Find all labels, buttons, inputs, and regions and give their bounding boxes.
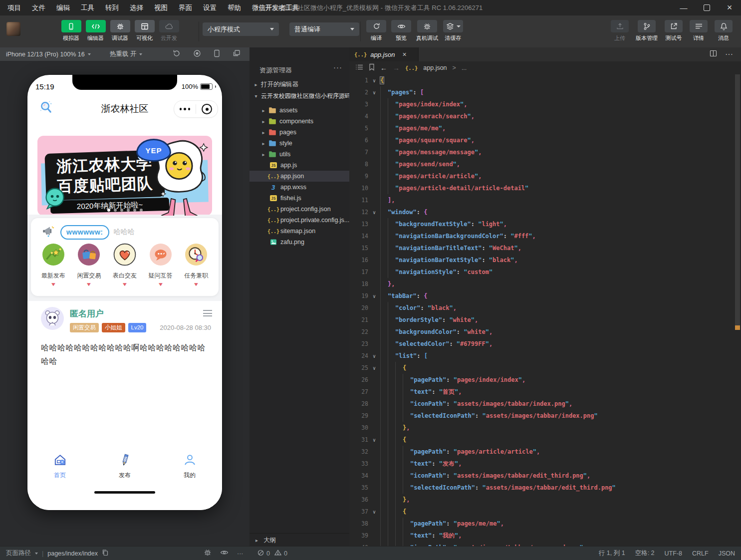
menubar-item[interactable]: 视图 xyxy=(149,0,173,15)
code-line[interactable]: 24∨"list": [ xyxy=(349,350,734,362)
code-line[interactable]: 16"navigationBarTextStyle": "black", xyxy=(349,254,734,266)
scrollbar-thumb[interactable] xyxy=(735,74,740,328)
split-editor-icon[interactable] xyxy=(710,50,717,59)
code-line[interactable]: 34"iconPath": "assets/images/tabbar/edit… xyxy=(349,470,734,482)
forward-arrow-icon[interactable]: → xyxy=(393,64,400,72)
carousel-dot[interactable] xyxy=(133,209,136,212)
fold-arrow-icon[interactable]: ∨ xyxy=(368,437,380,443)
code-line[interactable]: 31∨{ xyxy=(349,434,734,446)
statusbar-segment[interactable]: 空格: 2 xyxy=(635,549,655,558)
close-button[interactable]: × xyxy=(718,0,741,15)
list-icon[interactable] xyxy=(355,64,363,72)
problems-indicator[interactable]: 0 0 xyxy=(257,547,287,560)
page-path-selector[interactable]: 页面路径 xyxy=(6,549,31,558)
code-line[interactable]: 36}, xyxy=(349,494,734,506)
code-line[interactable]: 2∨"pages": [ xyxy=(349,86,734,98)
banner-carousel[interactable]: 浙江农林大学 百度贴吧团队 2020年纳新开始啦~ YEP xyxy=(37,136,212,216)
menubar-item[interactable]: 转到 xyxy=(100,0,124,15)
breadcrumb-file[interactable]: app.json xyxy=(423,64,447,71)
editor-more-icon[interactable]: ··· xyxy=(725,50,733,59)
remote-debug-button[interactable]: 真机调试 xyxy=(414,20,441,42)
compile-mode-dropdown[interactable]: 普通编译 xyxy=(289,22,359,36)
code-line[interactable]: 1∨{ xyxy=(349,74,734,86)
code-line[interactable]: 6"pages/square/square", xyxy=(349,134,734,146)
code-line[interactable]: 17"navigationStyle": "custom" xyxy=(349,266,734,278)
bug-icon[interactable] xyxy=(204,549,212,558)
rotate-icon[interactable] xyxy=(173,49,181,59)
editor-toggle[interactable]: 编辑器 xyxy=(83,20,108,42)
carousel-dot[interactable] xyxy=(114,209,117,212)
preview-button[interactable]: 预览 xyxy=(389,20,414,42)
menubar-item[interactable]: 选择 xyxy=(124,0,149,15)
code-line[interactable]: 13"backgroundTextStyle": "light", xyxy=(349,218,734,230)
code-line[interactable]: 5"pages/me/me", xyxy=(349,122,734,134)
menubar-item[interactable]: 项目 xyxy=(2,0,26,15)
fold-arrow-icon[interactable]: ∨ xyxy=(368,353,380,359)
code-area[interactable]: 1∨{2∨"pages": [3"pages/index/index",4"pa… xyxy=(349,74,734,547)
code-line[interactable]: 26"pagePath": "pages/index/index", xyxy=(349,374,734,386)
code-line[interactable]: 19∨"tabBar": { xyxy=(349,290,734,302)
carousel-dot[interactable] xyxy=(107,209,110,212)
code-line[interactable]: 33"text": "发布", xyxy=(349,458,734,470)
code-line[interactable]: 11], xyxy=(349,194,734,206)
code-line[interactable]: 15"navigationBarTitleText": "WeChat", xyxy=(349,242,734,254)
tabbar-item-发布[interactable]: 发布 xyxy=(92,448,157,484)
code-line[interactable]: 35"selectedIconPath": "assets/images/tab… xyxy=(349,482,734,494)
folder-pages[interactable]: ▸pages xyxy=(249,127,361,138)
fold-arrow-icon[interactable]: ∨ xyxy=(368,293,380,299)
folder-utils[interactable]: ▸utils xyxy=(249,149,361,160)
menubar-item[interactable]: 编辑 xyxy=(51,0,75,15)
code-line[interactable]: 28"iconPath": "assets/images/tabbar/inde… xyxy=(349,398,734,410)
eye-icon[interactable] xyxy=(220,550,229,557)
grid-item[interactable]: 表白交友▼ xyxy=(107,243,143,287)
code-line[interactable]: 39"text": "我的", xyxy=(349,530,734,542)
fold-arrow-icon[interactable]: ∨ xyxy=(368,90,380,95)
grid-item[interactable]: 最新发布▼ xyxy=(35,243,71,287)
grid-item[interactable]: 任务兼职▼ xyxy=(178,243,214,287)
statusbar-segment[interactable]: 行 1, 列 1 xyxy=(599,549,625,558)
post-menu-icon[interactable] xyxy=(203,310,212,316)
explorer-more-icon[interactable]: ··· xyxy=(333,63,342,71)
code-line[interactable]: 10"pages/article-detail/article-detail" xyxy=(349,182,734,194)
test-account-button[interactable]: 测试号 xyxy=(661,20,686,42)
menubar-item[interactable]: 界面 xyxy=(173,0,198,15)
breadcrumb-more[interactable]: ... xyxy=(462,64,467,71)
outline-section[interactable]: ▸ 大纲 xyxy=(249,533,349,547)
minimize-button[interactable]: — xyxy=(672,0,695,15)
close-tab-icon[interactable]: × xyxy=(402,50,406,58)
visualizer-toggle[interactable]: 可视化 xyxy=(132,20,157,42)
code-line[interactable]: 37∨{ xyxy=(349,506,734,518)
code-line[interactable]: 30}, xyxy=(349,422,734,434)
code-line[interactable]: 8"pages/send/send", xyxy=(349,158,734,170)
details-button[interactable]: 详情 xyxy=(686,20,711,42)
code-line[interactable]: 4"pages/serach/search", xyxy=(349,110,734,122)
code-line[interactable]: 14"navigationBarBackgroundColor": "#fff"… xyxy=(349,230,734,242)
messages-button[interactable]: 消息 xyxy=(711,20,736,42)
simulator-toggle[interactable]: 模拟器 xyxy=(59,20,83,42)
tabbar-item-首页[interactable]: 首页 xyxy=(27,448,92,484)
code-line[interactable]: 18}, xyxy=(349,278,734,290)
statusbar-segment[interactable]: CRLF xyxy=(692,550,709,557)
cloud-dev-toggle[interactable]: 云开发 xyxy=(157,20,181,42)
back-arrow-icon[interactable]: ← xyxy=(380,64,387,72)
code-line[interactable]: 27"text": "首页", xyxy=(349,386,734,398)
maximize-button[interactable] xyxy=(695,0,718,15)
folder-components[interactable]: ▸components xyxy=(249,116,361,127)
fold-arrow-icon[interactable]: ∨ xyxy=(368,78,380,83)
code-line[interactable]: 29"selectedIconPath": "assets/images/tab… xyxy=(349,410,734,422)
clear-cache-button[interactable]: 清缓存 xyxy=(441,20,466,42)
tabbar-item-我的[interactable]: 我的 xyxy=(157,448,222,484)
code-line[interactable]: 32"pagePath": "pages/article/article", xyxy=(349,446,734,458)
statusbar-more-icon[interactable]: ··· xyxy=(237,550,244,557)
user-avatar[interactable] xyxy=(6,22,20,36)
project-root[interactable]: ▾ 云开发校园微社区微信小程序源码 xyxy=(249,90,353,101)
fold-arrow-icon[interactable]: ∨ xyxy=(368,365,380,371)
menubar-item[interactable]: 工具 xyxy=(75,0,100,15)
debugger-toggle[interactable]: 调试器 xyxy=(108,20,132,42)
code-line[interactable]: 25∨{ xyxy=(349,362,734,374)
statusbar-segment[interactable]: JSON xyxy=(719,550,735,557)
code-line[interactable]: 21"borderStyle": "white", xyxy=(349,314,734,326)
carousel-dot[interactable] xyxy=(127,209,130,212)
device-selector[interactable]: iPhone 12/13 (Pro) 100% 16 xyxy=(6,51,91,58)
carousel-dot[interactable] xyxy=(140,209,143,212)
